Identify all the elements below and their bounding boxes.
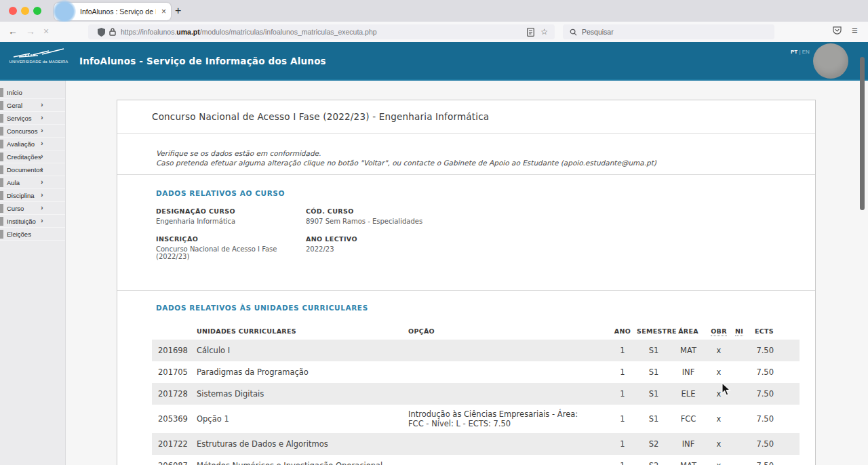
uma-logo-icon [12,48,65,59]
chevron-right-icon: › [41,203,43,211]
col-code [152,322,197,340]
search-icon [570,28,577,36]
bullet-icon [0,114,3,123]
table-row: 201705 Paradigmas da Programação 1 S1 IN… [152,361,800,383]
sidebar-item-servicos[interactable]: Serviços› [0,112,65,125]
tab-title: InfoAlunos : Serviço de Informaç [80,7,156,16]
col-option: OPÇÃO [408,322,608,340]
window-zoom-button[interactable] [33,7,41,15]
url-domain: uma.pt [176,28,199,36]
bullet-icon [0,127,3,136]
browser-window: InfoAlunos : Serviço de Informaç × + ← →… [0,0,868,465]
mouse-cursor-icon [722,382,732,397]
sidebar-item-curso[interactable]: Curso› [0,202,65,215]
chevron-right-icon: › [41,190,43,199]
notice-line-2: Caso pretenda efetuar alguma alteração c… [156,158,788,167]
shield-icon[interactable] [98,28,105,37]
table-row: 201698 Cálculo I 1 S1 MAT x 7.50 [152,340,800,361]
bullet-icon [0,153,3,161]
field-inscricao: INSCRIÇÃO Concurso Nacional de Acesso I … [156,235,306,260]
chevron-right-icon: › [41,126,43,134]
language-switcher[interactable]: PT | EN [791,49,810,55]
units-table: UNIDADES CURRICULARES OPÇÃO ANO SEMESTRE… [152,322,800,465]
bullet-icon [0,217,3,226]
sidebar-item-avaliacao[interactable]: Avaliação› [0,138,65,150]
menu-icon[interactable]: ≡ [852,24,858,36]
notice-block: Verifique se os dados estão em conformid… [117,134,815,175]
field-cod-curso: CÓD. CURSO 8907 Sem Ramos - Especialidad… [306,207,815,225]
sidebar-item-documentos[interactable]: Documentos› [0,163,65,176]
chevron-right-icon: › [41,178,43,186]
course-section-heading: DADOS RELATIVOS AO CURSO [156,189,815,197]
browser-titlebar: InfoAlunos : Serviço de Informaç × + [0,0,868,22]
sidebar-item-inicio[interactable]: Início [0,86,65,99]
sidebar-item-geral[interactable]: Geral› [0,99,65,112]
main-content-card: Concurso Nacional de Acesso I Fase (2022… [117,100,816,465]
bullet-icon [0,140,3,148]
col-obr: OBR [706,322,732,340]
chevron-right-icon: › [41,113,43,121]
reader-view-icon[interactable] [527,28,534,37]
bullet-icon [0,191,3,200]
tab-close-icon[interactable]: × [161,7,166,16]
bullet-icon [0,165,3,174]
stop-icon[interactable]: × [43,26,49,37]
chevron-right-icon: › [41,216,43,224]
bullet-icon [0,204,3,213]
table-row: 206087 Métodos Numéricos e Investigação … [152,455,800,465]
pocket-icon[interactable] [833,26,842,35]
url-prefix: https://infoalunos. [121,28,176,36]
sidebar-item-creditacoes[interactable]: Creditações› [0,150,65,163]
page-scrollbar-thumb[interactable] [860,57,865,210]
col-semester: SEMESTRE [637,322,671,340]
units-section: DADOS RELATIVOS ÀS UNIDADES CURRICULARES… [117,304,815,465]
new-tab-button[interactable]: + [175,5,181,17]
app-header: UNIVERSIDADE da MADEIRA InfoAlunos - Ser… [0,42,868,81]
bullet-icon [0,178,3,187]
page-title: Concurso Nacional de Acesso I Fase (2022… [152,111,489,122]
course-data-section: DADOS RELATIVOS AO CURSO DESIGNAÇÃO CURS… [117,189,815,291]
bullet-icon [0,88,3,97]
sidebar-item-instituicao[interactable]: Instituição› [0,215,65,228]
bullet-icon [0,230,3,239]
table-row: 201728 Sistemas Digitais 1 S1 ELE x 7.50 [152,383,800,405]
sidebar-item-eleicoes[interactable]: Eleições [0,228,65,241]
back-icon[interactable]: ← [8,26,18,37]
col-ects: ECTS [747,322,800,340]
lang-en[interactable]: EN [802,49,810,55]
sidebar: Início Geral› Serviços› Concursos› Avali… [0,81,66,465]
lang-pt[interactable]: PT [791,49,797,55]
bullet-icon [0,101,3,110]
chevron-right-icon: › [41,139,43,147]
bookmark-star-icon[interactable]: ☆ [540,28,548,36]
chevron-right-icon: › [41,165,43,173]
table-row: 205369 Opção 1 Introdução às Ciências Em… [152,405,800,433]
search-bar[interactable]: Pesquisar [563,24,774,39]
field-ano-lectivo: ANO LECTIVO 2022/23 [306,235,815,260]
uma-logo: UNIVERSIDADE da MADEIRA [8,48,69,64]
window-close-button[interactable] [9,7,17,15]
field-designacao-curso: DESIGNAÇÃO CURSO Engenharia Informática [156,207,306,225]
col-year: ANO [608,322,637,340]
search-placeholder: Pesquisar [582,28,614,36]
units-section-heading: DADOS RELATIVOS ÀS UNIDADES CURRICULARES [156,304,815,312]
forward-icon[interactable]: → [26,26,35,37]
url-bar[interactable]: https://infoalunos.uma.pt/modulos/matric… [88,24,555,39]
sidebar-item-disciplina[interactable]: Disciplina› [0,189,65,202]
notice-line-1: Verifique se os dados estão em conformid… [156,148,788,158]
col-name: UNIDADES CURRICULARES [197,322,408,340]
lock-icon[interactable] [109,28,116,36]
sidebar-item-aula[interactable]: Aula› [0,176,65,189]
window-minimize-button[interactable] [21,7,29,15]
url-text: https://infoalunos.uma.pt/modulos/matric… [121,28,527,36]
tab-favicon-icon [53,0,76,23]
browser-tab[interactable]: InfoAlunos : Serviço de Informaç × [54,3,171,20]
table-row: 201722 Estruturas de Dados e Algoritmos … [152,433,800,455]
user-avatar[interactable] [813,43,848,79]
sidebar-item-concursos[interactable]: Concursos› [0,125,65,138]
chevron-right-icon: › [41,152,43,160]
col-ni: NI [732,322,747,340]
app-title: InfoAlunos - Serviço de Informação dos A… [79,56,326,66]
chevron-right-icon: › [41,100,43,108]
table-header-row: UNIDADES CURRICULARES OPÇÃO ANO SEMESTRE… [152,322,800,340]
